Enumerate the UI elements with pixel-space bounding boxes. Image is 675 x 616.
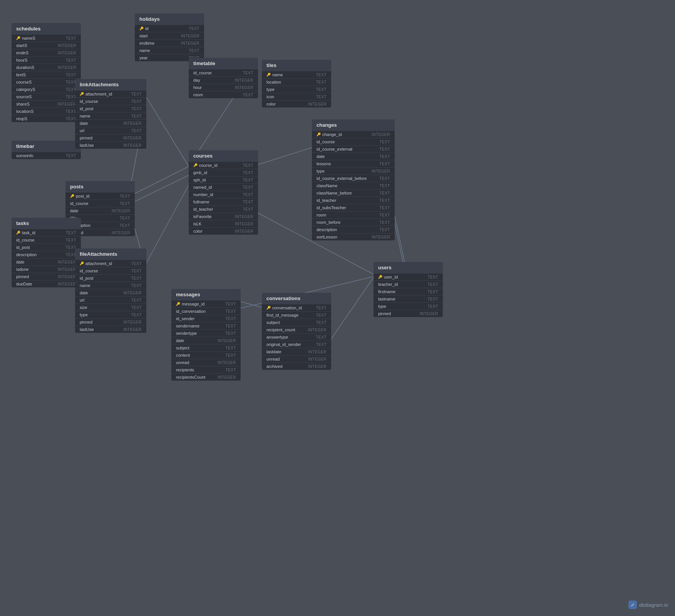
column-name: lastUse bbox=[80, 143, 94, 148]
table-row: lastdateINTEGER bbox=[262, 348, 331, 355]
column-name: named_id bbox=[193, 185, 212, 190]
column-name: icon bbox=[266, 94, 274, 99]
column-type: INTEGER bbox=[123, 121, 142, 126]
column-name: gmb_id bbox=[193, 170, 207, 175]
column-name: firstname bbox=[378, 289, 395, 294]
table-row: colorINTEGER bbox=[262, 100, 331, 107]
column-name: day bbox=[193, 78, 200, 82]
table-row: isdoneINTEGER bbox=[12, 265, 81, 273]
column-name: id_subsTeacher bbox=[317, 205, 346, 210]
table-row: subjectTEXT bbox=[262, 319, 331, 326]
column-name: 🔑user_id bbox=[378, 275, 398, 279]
column-name: location bbox=[266, 80, 281, 84]
column-type: TEXT bbox=[379, 220, 390, 225]
table-row: id_postTEXT bbox=[75, 105, 146, 112]
column-type: INTEGER bbox=[420, 312, 438, 316]
table-row: id_courseTEXT bbox=[189, 69, 258, 76]
table-row: 🔑message_idTEXT bbox=[171, 300, 241, 307]
column-type: INTEGER bbox=[308, 102, 327, 106]
column-type: TEXT bbox=[427, 297, 438, 301]
column-type: TEXT bbox=[225, 324, 236, 328]
column-name: description bbox=[16, 252, 37, 257]
table-conversations: conversations🔑conversation_idTEXTfirst_i… bbox=[262, 293, 331, 370]
table-row: colorINTEGER bbox=[189, 227, 258, 235]
column-name: pinned bbox=[16, 274, 29, 279]
column-name: endeS bbox=[16, 50, 28, 55]
table-row: gmb_idTEXT bbox=[189, 169, 258, 176]
column-name: recipients bbox=[176, 368, 194, 372]
table-row: sizeTEXT bbox=[75, 304, 146, 311]
table-header-tasks: tasks bbox=[12, 218, 81, 229]
column-name: id_course bbox=[16, 238, 35, 242]
column-type: TEXT bbox=[119, 223, 130, 228]
table-row: dateINTEGER bbox=[12, 258, 81, 265]
column-type: TEXT bbox=[379, 140, 390, 144]
column-name: locationS bbox=[16, 109, 33, 114]
column-type: INTEGER bbox=[235, 78, 253, 82]
table-row: recipientsCountINTEGER bbox=[171, 373, 241, 381]
key-icon: 🔑 bbox=[193, 163, 198, 167]
column-type: TEXT bbox=[119, 201, 130, 206]
column-type: TEXT bbox=[119, 216, 130, 220]
column-type: TEXT bbox=[316, 306, 327, 310]
column-type: TEXT bbox=[65, 238, 76, 242]
column-name: number_id bbox=[193, 192, 213, 197]
key-icon: 🔑 bbox=[317, 133, 321, 136]
column-name: 🔑nameS bbox=[16, 36, 35, 40]
column-type: TEXT bbox=[316, 80, 327, 84]
column-name: 🔑task_id bbox=[16, 230, 35, 235]
table-row: 🔑course_idTEXT bbox=[189, 161, 258, 169]
column-name: date bbox=[80, 290, 88, 295]
table-row: courseSTEXT bbox=[12, 78, 81, 86]
column-type: TEXT bbox=[65, 245, 76, 250]
logo-icon: ⤢ bbox=[628, 601, 637, 609]
table-row: 🔑idTEXT bbox=[135, 25, 204, 32]
column-name: sendername bbox=[176, 324, 199, 328]
table-fileAttachments: fileAttachments🔑attachment_idTEXTid_cour… bbox=[75, 248, 146, 333]
table-row: pinnedINTEGER bbox=[374, 310, 443, 317]
table-row: lessonsTEXT bbox=[312, 160, 395, 167]
table-row: typeINTEGER bbox=[312, 167, 395, 175]
table-row: durationSINTEGER bbox=[12, 64, 81, 71]
table-row: recipientsTEXT bbox=[171, 366, 241, 373]
svg-line-3 bbox=[129, 166, 189, 196]
column-type: TEXT bbox=[225, 317, 236, 321]
column-name: id_course bbox=[317, 139, 335, 144]
column-name: startS bbox=[16, 43, 27, 48]
table-row: urlTEXT bbox=[75, 296, 146, 304]
column-name: room_before bbox=[317, 220, 340, 225]
column-type: TEXT bbox=[379, 228, 390, 232]
table-row: descriptionTEXT bbox=[312, 226, 395, 233]
column-name: sourceS bbox=[16, 94, 32, 99]
table-header-fileAttachments: fileAttachments bbox=[75, 248, 146, 260]
table-row: nameTEXT bbox=[135, 47, 204, 54]
column-type: TEXT bbox=[65, 117, 76, 121]
column-type: TEXT bbox=[131, 129, 142, 133]
column-name: id_course bbox=[193, 70, 212, 75]
table-header-users: users bbox=[374, 262, 443, 273]
column-type: INTEGER bbox=[123, 320, 142, 324]
table-row: 🔑conversation_idTEXT bbox=[262, 304, 331, 311]
table-row: unreadINTEGER bbox=[171, 359, 241, 366]
column-type: TEXT bbox=[131, 99, 142, 104]
column-name: isdone bbox=[16, 267, 28, 272]
key-icon: 🔑 bbox=[139, 27, 144, 30]
column-name: room bbox=[193, 92, 203, 97]
column-type: INTEGER bbox=[372, 169, 390, 173]
table-row: sortLessonINTEGER bbox=[312, 233, 395, 240]
column-type: INTEGER bbox=[235, 222, 253, 226]
table-row: sendernameTEXT bbox=[171, 322, 241, 329]
table-row: typeTEXT bbox=[374, 302, 443, 310]
column-type: TEXT bbox=[427, 290, 438, 294]
column-name: recipient_count bbox=[266, 327, 295, 332]
column-type: TEXT bbox=[65, 36, 76, 40]
table-row: lastnameTEXT bbox=[374, 295, 443, 302]
column-type: TEXT bbox=[243, 163, 253, 168]
column-type: TEXT bbox=[131, 313, 142, 317]
table-row: room_beforeTEXT bbox=[312, 218, 395, 226]
table-row: id_course_external_beforeTEXT bbox=[312, 175, 395, 182]
column-name: sendertype bbox=[176, 331, 197, 336]
table-row: endtimeINTEGER bbox=[135, 39, 204, 47]
table-row: dateINTEGER bbox=[65, 207, 135, 214]
table-row: sourceSTEXT bbox=[12, 93, 81, 100]
